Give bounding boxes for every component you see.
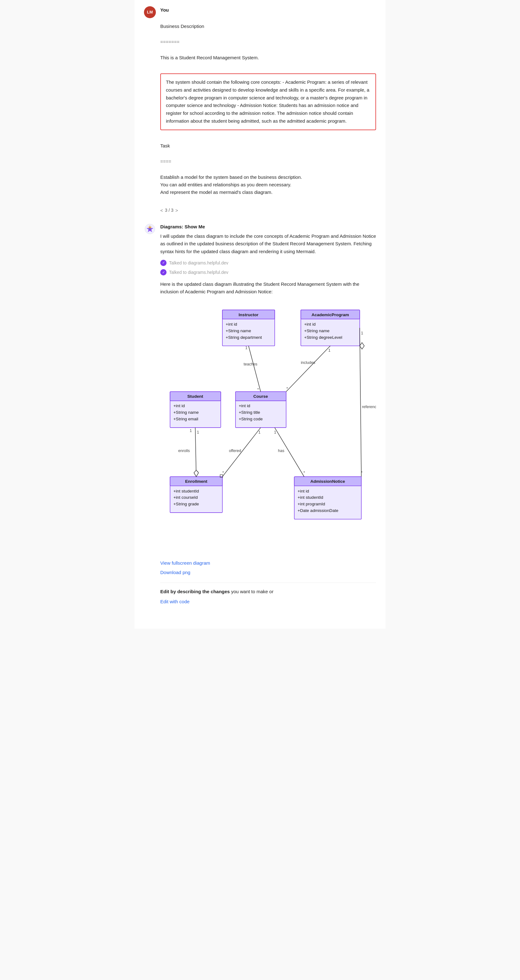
business-description-title: Business Description	[160, 22, 376, 30]
class-academic-program: AcademicProgram +int id +String name +St…	[301, 310, 360, 346]
card-ref-from: 1	[361, 331, 363, 335]
svg-text:+String department: +String department	[226, 335, 262, 340]
card-has-to: *	[304, 471, 305, 475]
card-enrolls-from: 1	[197, 430, 199, 434]
svg-text:+int studentId: +int studentId	[297, 495, 323, 500]
svg-text:+int id: +int id	[304, 322, 316, 326]
label-offered: offered	[229, 449, 241, 453]
page-container: LM You Business Description ======= This…	[135, 0, 385, 628]
svg-text:+int programId: +int programId	[297, 502, 325, 506]
card-teaches-to: *	[258, 387, 259, 392]
svg-text:+String grade: +String grade	[173, 502, 199, 506]
ai-avatar	[144, 223, 156, 235]
label-has: has	[278, 449, 284, 453]
svg-text:Course: Course	[253, 394, 268, 399]
post-diagram-text: Here is the updated class diagram illust…	[160, 280, 376, 296]
svg-text:+String name: +String name	[226, 328, 251, 333]
svg-text:+int id: +int id	[173, 404, 185, 409]
card-ref-to: *	[361, 471, 363, 475]
svg-text:AdmissionNotice: AdmissionNotice	[310, 479, 345, 484]
class-course: Course +int id +String title +String cod…	[235, 391, 286, 428]
highlight-box: The system should contain the following …	[160, 73, 376, 130]
svg-text:+Date admissionDate: +Date admissionDate	[297, 508, 339, 513]
user-text-block: Business Description ======= This is a S…	[160, 15, 376, 69]
line-includes	[286, 346, 330, 392]
label-includes: includes	[301, 360, 315, 365]
card-has-from: 1	[274, 430, 276, 434]
card-teaches-from: 1	[245, 346, 248, 350]
title-divider: =======	[160, 38, 376, 46]
tool-call-2: ✓ Talked to diagrams.helpful.dev	[160, 269, 376, 276]
user-name: You	[160, 6, 376, 14]
line-offered	[223, 428, 261, 477]
card-includes-from: 1	[328, 348, 331, 353]
card-offered-to: *	[223, 471, 224, 475]
svg-text:+int id: +int id	[297, 489, 309, 493]
line-teaches	[248, 346, 261, 392]
task-section: Task ==== Establish a model for the syst…	[160, 135, 376, 204]
svg-text:Instructor: Instructor	[239, 312, 259, 317]
edit-description: Edit by describing the changes you want …	[160, 588, 376, 595]
label-referenced-by: referenced by	[362, 405, 376, 409]
next-page-button[interactable]: >	[175, 207, 178, 214]
pagination-label: 3 / 3	[165, 207, 173, 214]
task-title: Task	[160, 142, 376, 150]
user-content: You Business Description ======= This is…	[160, 6, 376, 214]
svg-text:AcademicProgram: AcademicProgram	[312, 312, 349, 317]
line-enrolls	[196, 428, 196, 477]
class-student: Student +int id +String name +String ema…	[170, 391, 221, 428]
ai-content: Diagrams: Show Me I will update the clas…	[160, 223, 376, 608]
diagram-links: View fullscreen diagram Download png	[160, 559, 376, 576]
ai-message: Diagrams: Show Me I will update the clas…	[144, 223, 376, 608]
svg-text:+int id: +int id	[226, 322, 237, 326]
label-teaches: teaches	[244, 362, 258, 366]
edit-with-code-link[interactable]: Edit with code	[160, 598, 376, 605]
tool-call-check-2: ✓	[160, 269, 167, 275]
prev-page-button[interactable]: <	[160, 207, 163, 214]
line-referenced-by	[360, 328, 361, 477]
svg-text:+String degreeLevel: +String degreeLevel	[304, 335, 342, 340]
intro-text: This is a Student Record Management Syst…	[160, 54, 376, 62]
ai-logo-icon	[145, 224, 155, 234]
view-fullscreen-link[interactable]: View fullscreen diagram	[160, 559, 376, 567]
tool-call-1: ✓ Talked to diagrams.helpful.dev	[160, 259, 376, 266]
svg-text:Enrollment: Enrollment	[185, 479, 207, 484]
class-instructor: Instructor +int id +String name +String …	[223, 310, 275, 346]
svg-text:+String email: +String email	[173, 417, 198, 421]
card-offered-from: 1	[258, 430, 261, 434]
svg-text:+int studentId: +int studentId	[173, 489, 199, 493]
task-body: Establish a model for the system based o…	[160, 173, 376, 196]
user-message: LM You Business Description ======= This…	[144, 6, 376, 214]
svg-text:Student: Student	[187, 394, 203, 399]
task-divider: ====	[160, 158, 376, 165]
diamond-ref	[360, 342, 364, 349]
diagram-container: Instructor +int id +String name +String …	[160, 303, 376, 552]
pagination: < 3 / 3 >	[160, 207, 376, 214]
avatar: LM	[144, 6, 156, 18]
svg-text:+int id: +int id	[239, 404, 250, 409]
label-enrolls: enrolls	[178, 449, 190, 453]
ai-intro: I will update the class diagram to inclu…	[160, 232, 376, 256]
svg-text:+String name: +String name	[173, 410, 199, 415]
bottom-section: Edit by describing the changes you want …	[160, 582, 376, 605]
ai-name: Diagrams: Show Me	[160, 223, 376, 231]
tool-call-label-2: Talked to diagrams.helpful.dev	[169, 269, 228, 276]
card-includes-to: *	[286, 387, 288, 391]
svg-text:+String name: +String name	[304, 328, 330, 333]
edit-description-rest: you want to make or	[230, 589, 274, 594]
svg-text:+String code: +String code	[239, 417, 262, 421]
svg-text:+String title: +String title	[239, 410, 260, 415]
svg-point-3	[149, 228, 151, 230]
uml-class-diagram: Instructor +int id +String name +String …	[160, 303, 376, 552]
class-enrollment: Enrollment +int studentId +int courseId …	[170, 477, 223, 513]
download-png-link[interactable]: Download png	[160, 569, 376, 576]
tool-call-check-1: ✓	[160, 260, 167, 266]
card-student-enrollment-from: 1	[190, 428, 192, 433]
svg-text:+int courseId: +int courseId	[173, 495, 198, 500]
class-admission-notice: AdmissionNotice +int id +int studentId +…	[294, 477, 361, 520]
edit-description-bold: Edit by describing the changes	[160, 589, 230, 594]
tool-call-label-1: Talked to diagrams.helpful.dev	[169, 259, 228, 266]
